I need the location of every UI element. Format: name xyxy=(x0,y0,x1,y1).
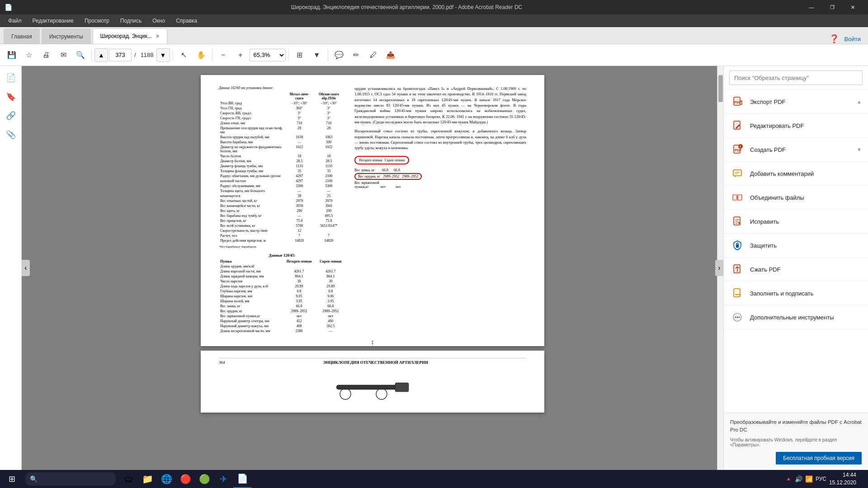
tray-lang[interactable]: РУС xyxy=(816,476,826,482)
collapse-right-button[interactable]: › xyxy=(715,260,723,276)
add-comment-label: Добавить комментарий xyxy=(750,170,862,177)
system-tray: 🔺 🔊 📶 РУС 14:44 15.12.2020 xyxy=(785,471,868,487)
maximize-button[interactable]: ❐ xyxy=(822,0,843,14)
pdf-lower-section-header: Данные 120/45: xyxy=(219,253,345,258)
zoom-in-button[interactable]: + xyxy=(232,47,249,63)
resize-cursor[interactable]: ↕ xyxy=(371,339,374,346)
view-mode-button[interactable]: ⊞ xyxy=(292,47,308,63)
fix-item[interactable]: Исправить xyxy=(724,210,868,234)
scrollbar-thumb[interactable] xyxy=(718,75,723,102)
tab-document[interactable]: Широкорад. Энцик... ✕ xyxy=(93,28,167,44)
svg-text:+: + xyxy=(739,145,741,149)
fill-sign-item[interactable]: Заполнить и подписать xyxy=(724,282,868,305)
promo-button[interactable]: Бесплатная пробная версия xyxy=(776,452,862,465)
start-button[interactable]: ⊞ xyxy=(0,470,24,488)
menu-view[interactable]: Просмотр xyxy=(80,16,114,26)
zoom-out-button[interactable]: − xyxy=(215,47,231,63)
right-panel-search-input[interactable] xyxy=(729,70,863,85)
svg-rect-21 xyxy=(734,289,740,297)
taskbar-app-acrobat[interactable]: 📄 xyxy=(233,470,251,488)
edit-pdf-item[interactable]: Редактировать PDF xyxy=(724,114,868,138)
tab-bar: Главная Инструменты Широкорад. Энцик... … xyxy=(0,27,868,44)
menu-bar: Файл Редактирование Просмотр Подпись Окн… xyxy=(0,14,868,27)
menu-edit[interactable]: Редактирование xyxy=(28,16,78,26)
pdf-annotation-circle-1: Нескреп-ленная Скреп-ленная xyxy=(354,156,409,164)
page-number-input[interactable] xyxy=(109,49,132,61)
export-pdf-item[interactable]: PDF Экспорт PDF ▲ xyxy=(724,90,868,114)
page-footer-text: ЭНЦИКЛОПЕДИЯ ОТЕЧЕСТВЕННОЙ АРТИЛЛЕРИИ xyxy=(323,360,428,365)
tab-doc-label: Широкорад. Энцик... xyxy=(100,33,152,39)
sidebar-attachments-icon[interactable]: 📎 xyxy=(3,127,19,143)
prev-page-button[interactable]: ▲ xyxy=(94,48,108,62)
menu-help[interactable]: Справка xyxy=(171,16,202,26)
collapse-left-button[interactable]: ‹ xyxy=(22,260,30,276)
tab-tools[interactable]: Инструменты xyxy=(42,28,91,44)
protect-item[interactable]: Защитить xyxy=(724,234,868,258)
menu-sign[interactable]: Подпись xyxy=(116,16,146,26)
protect-icon xyxy=(730,238,745,253)
bookmark-button[interactable]: ☆ xyxy=(21,47,37,63)
taskbar-app-edge[interactable]: 🌐 xyxy=(157,470,175,488)
sidebar-pages-icon[interactable]: 📄 xyxy=(3,70,19,86)
help-icon[interactable]: ❓ xyxy=(829,34,839,44)
close-button[interactable]: ✕ xyxy=(843,0,863,14)
export-pdf-expand[interactable]: ▲ xyxy=(857,99,862,104)
share-button[interactable]: 📤 xyxy=(382,47,399,63)
menu-window[interactable]: Окно xyxy=(148,16,170,26)
left-sidebar: 📄 🔖 🔗 📎 xyxy=(0,66,22,470)
separator-4 xyxy=(288,49,289,61)
next-page-button[interactable]: ▼ xyxy=(156,48,170,62)
search-button[interactable]: 🔍 xyxy=(72,47,89,63)
login-button[interactable]: Войти xyxy=(844,36,861,42)
sidebar-links-icon[interactable]: 🔗 xyxy=(3,108,19,124)
table-row: Длина хода нарезов у дула, клб29.8929.89 xyxy=(219,284,345,289)
pen-button[interactable]: ✏ xyxy=(348,47,364,63)
tab-home[interactable]: Главная xyxy=(4,28,40,44)
table-row: Вес прицелов, кг75.875.8 xyxy=(219,218,345,223)
view-options-button[interactable]: ▼ xyxy=(309,47,325,63)
create-pdf-item[interactable]: PDF+ Создать PDF ▼ xyxy=(724,138,868,162)
menu-file[interactable]: Файл xyxy=(4,16,26,26)
create-pdf-expand[interactable]: ▼ xyxy=(857,147,862,152)
table-row: Скорость ВН, град/с3°3° xyxy=(219,111,345,116)
fix-icon xyxy=(730,214,745,229)
taskbar-app-opera[interactable]: 🔴 xyxy=(176,470,194,488)
select-tool-button[interactable]: ↖ xyxy=(176,47,192,63)
comment-button[interactable]: 💬 xyxy=(331,47,347,63)
cannon-svg xyxy=(327,369,418,405)
taskbar-app-folder[interactable]: 📁 xyxy=(138,470,156,488)
hand-tool-button[interactable]: ✋ xyxy=(193,47,209,63)
zoom-select[interactable]: 65,3% 50% 75% 100% 150% xyxy=(250,49,286,61)
tray-network[interactable]: 📶 xyxy=(805,475,813,483)
table-row: Число болтов1818 xyxy=(219,154,345,159)
taskbar-app-kaspersky[interactable]: 🟢 xyxy=(195,470,213,488)
print-button[interactable]: 🖨 xyxy=(38,47,54,63)
tab-close-button[interactable]: ✕ xyxy=(156,33,160,39)
taskbar-search[interactable]: 🔍 xyxy=(25,472,116,486)
create-pdf-label: Создать PDF xyxy=(750,146,851,153)
highlight-button[interactable]: 🖊 xyxy=(365,47,382,63)
tray-volume[interactable]: 🔊 xyxy=(795,475,802,483)
pdf-right-column: орудия устанавливались на бронепоездах «… xyxy=(354,86,526,333)
clock[interactable]: 14:44 15.12.2020 xyxy=(829,471,856,487)
save-button[interactable]: 💾 xyxy=(4,47,20,63)
toolbar: 💾 ☆ 🖨 ✉ 🔍 ▲ / 1188 ▼ ↖ ✋ − + 65,3% 50% 7… xyxy=(0,44,868,66)
tray-icons[interactable]: 🔺 xyxy=(785,476,792,482)
table-row: Вес откатных частей, кг29702970 xyxy=(219,198,345,203)
taskbar-app-explorer[interactable]: 🗂 xyxy=(119,470,137,488)
table-row: Глубина нарезов, мм0.80.8 xyxy=(219,289,345,294)
sidebar-bookmarks-icon[interactable]: 🔖 xyxy=(3,89,19,105)
fix-label: Исправить xyxy=(750,218,862,225)
combine-files-item[interactable]: Объединить файлы xyxy=(724,186,868,210)
more-tools-item[interactable]: Дополнительные инструменты xyxy=(724,305,868,329)
minimize-button[interactable]: — xyxy=(801,0,822,14)
add-comment-item[interactable]: Добавить комментарий xyxy=(724,162,868,186)
email-button[interactable]: ✉ xyxy=(55,47,71,63)
separator-5 xyxy=(328,49,328,61)
pdf-content-area[interactable]: ‹ › Данные 102/60 мм установки данное: М… xyxy=(22,66,723,470)
window-controls: — ❐ ✕ xyxy=(801,0,863,14)
table-row: казенной частью42972100 xyxy=(219,178,345,183)
taskbar-app-telegram[interactable]: ✈ xyxy=(214,470,232,488)
fill-sign-icon xyxy=(730,286,745,300)
compress-pdf-item[interactable]: Сжать PDF xyxy=(724,258,868,282)
